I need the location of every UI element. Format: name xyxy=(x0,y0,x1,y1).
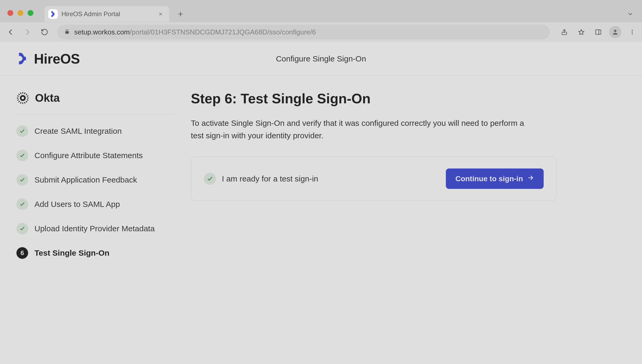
step-number-badge: 6 xyxy=(16,247,28,259)
svg-rect-14 xyxy=(18,101,20,103)
tab-bar: HireOS Admin Portal xyxy=(0,0,642,22)
app-logo-icon xyxy=(16,52,29,66)
lock-icon xyxy=(64,29,70,35)
ready-card: I am ready for a test sign-in Continue t… xyxy=(191,157,557,201)
browser-chrome: HireOS Admin Portal setup.workos.c xyxy=(0,0,642,42)
browser-toolbar: setup.workos.com/portal/01H3FSTNSNDCGDMJ… xyxy=(0,22,642,42)
step-heading: Step 6: Test Single Sign-On xyxy=(191,91,557,106)
svg-rect-21 xyxy=(27,95,29,97)
check-icon xyxy=(16,223,28,234)
svg-rect-23 xyxy=(17,95,19,97)
app-logo[interactable]: HireOS xyxy=(16,51,80,67)
svg-rect-2 xyxy=(596,30,601,34)
cta-label: Continue to sign-in xyxy=(455,175,523,183)
svg-point-6 xyxy=(632,32,633,33)
step-label: Add Users to SAML App xyxy=(34,200,120,209)
svg-rect-12 xyxy=(27,98,29,99)
url-text: setup.workos.com/portal/01H3FSTNSNDCGDMJ… xyxy=(74,28,316,36)
url-path: /portal/01H3FSTNSNDCGDMJ721JQGA68D/sso/c… xyxy=(130,28,316,36)
tabs-dropdown-button[interactable] xyxy=(625,9,636,19)
step-label: Submit Application Feedback xyxy=(34,175,137,184)
step-label: Configure Attribute Statements xyxy=(34,151,143,160)
svg-rect-24 xyxy=(27,99,29,101)
step-test-single-sign-on[interactable]: 6 Test Single Sign-On xyxy=(16,247,174,259)
toolbar-right-icons xyxy=(558,26,638,38)
app-header: HireOS Configure Single Sign-On xyxy=(0,42,642,76)
window-controls xyxy=(7,10,33,16)
svg-rect-13 xyxy=(25,94,27,95)
svg-rect-22 xyxy=(17,99,19,101)
new-tab-button[interactable] xyxy=(174,7,187,21)
step-description: To activate Single Sign-On and verify th… xyxy=(191,117,530,142)
step-label: Upload Identity Provider Metadata xyxy=(34,224,155,233)
arrow-right-icon xyxy=(527,174,534,183)
tab-title: HireOS Admin Portal xyxy=(61,10,153,18)
svg-rect-20 xyxy=(24,102,25,104)
check-icon xyxy=(16,174,28,186)
page-title: Configure Single Sign-On xyxy=(276,54,366,63)
svg-rect-0 xyxy=(65,31,69,34)
svg-point-8 xyxy=(21,96,25,100)
svg-rect-16 xyxy=(25,101,27,103)
step-create-saml-integration[interactable]: Create SAML Integration xyxy=(16,125,174,137)
browser-tab-active[interactable]: HireOS Admin Portal xyxy=(45,6,169,22)
step-upload-idp-metadata[interactable]: Upload Identity Provider Metadata xyxy=(16,223,174,234)
url-host: setup.workos.com xyxy=(74,28,130,36)
svg-point-5 xyxy=(632,30,633,31)
share-icon[interactable] xyxy=(558,26,570,38)
svg-rect-9 xyxy=(23,92,23,94)
kebab-menu-icon[interactable] xyxy=(626,26,638,38)
tab-close-button[interactable] xyxy=(157,10,164,18)
svg-rect-11 xyxy=(17,98,19,99)
step-add-users-to-saml-app[interactable]: Add Users to SAML App xyxy=(16,198,174,210)
main-content: Step 6: Test Single Sign-On To activate … xyxy=(191,76,642,364)
window-close-button[interactable] xyxy=(7,10,13,16)
continue-to-sign-in-button[interactable]: Continue to sign-in xyxy=(446,168,544,189)
check-icon xyxy=(16,125,28,137)
step-list: Create SAML Integration Configure Attrib… xyxy=(16,125,174,259)
step-label: Create SAML Integration xyxy=(34,127,122,136)
side-panel-icon[interactable] xyxy=(592,26,604,38)
nav-reload-button[interactable] xyxy=(38,25,51,39)
step-configure-attribute-statements[interactable]: Configure Attribute Statements xyxy=(16,150,174,161)
window-minimize-button[interactable] xyxy=(17,10,23,16)
ready-text: I am ready for a test sign-in xyxy=(222,174,318,183)
ready-left: I am ready for a test sign-in xyxy=(204,173,318,185)
svg-rect-18 xyxy=(20,102,21,104)
profile-avatar-button[interactable] xyxy=(609,26,621,38)
setup-steps-sidebar: Okta Create SAML Integration Configure A… xyxy=(0,76,191,364)
svg-point-4 xyxy=(614,30,617,32)
check-icon xyxy=(16,198,28,210)
provider-name: Okta xyxy=(35,92,60,104)
check-icon xyxy=(16,150,28,161)
provider-row: Okta xyxy=(16,92,174,115)
bookmark-star-icon[interactable] xyxy=(575,26,587,38)
app-logo-text: HireOS xyxy=(34,51,80,67)
step-label: Test Single Sign-On xyxy=(34,248,109,258)
okta-icon xyxy=(16,92,29,104)
app-body: Okta Create SAML Integration Configure A… xyxy=(0,76,642,364)
svg-rect-17 xyxy=(24,92,25,94)
svg-point-7 xyxy=(632,33,633,34)
nav-back-button[interactable] xyxy=(4,25,17,39)
svg-rect-15 xyxy=(18,94,20,95)
check-icon xyxy=(204,173,216,185)
nav-forward-button[interactable] xyxy=(21,25,34,39)
address-bar[interactable]: setup.workos.com/portal/01H3FSTNSNDCGDMJ… xyxy=(57,25,550,39)
window-maximize-button[interactable] xyxy=(28,10,33,16)
svg-rect-10 xyxy=(23,102,23,104)
tab-favicon-icon xyxy=(48,9,58,19)
svg-rect-19 xyxy=(20,92,21,94)
step-submit-application-feedback[interactable]: Submit Application Feedback xyxy=(16,174,174,186)
